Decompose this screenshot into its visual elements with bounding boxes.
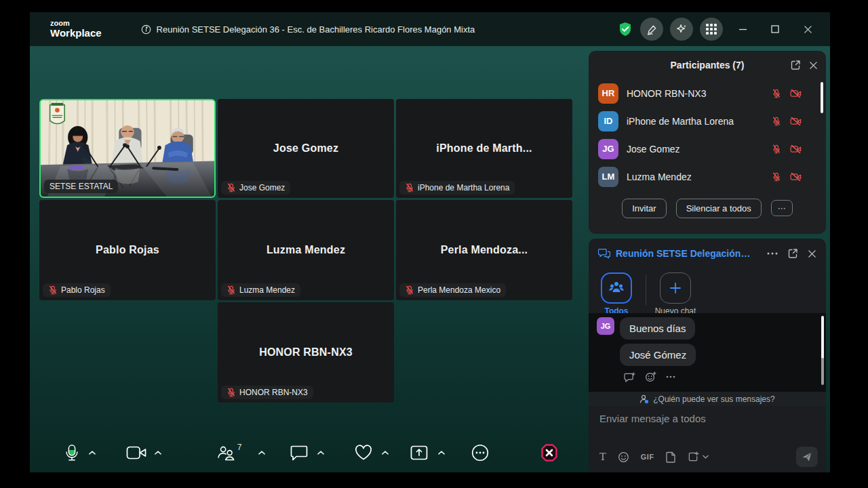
chat-message-input[interactable] — [599, 413, 815, 424]
more-dots-icon — [471, 444, 489, 462]
mic-muted-icon — [772, 117, 781, 126]
chat-title: Reunión SETSE Delegación 36 ... — [616, 248, 751, 259]
screenshot-icon — [688, 451, 699, 462]
reactions-options-chevron[interactable] — [382, 451, 389, 455]
video-tile-pablo-rojas[interactable]: Pablo Rojas Pablo Rojas — [39, 200, 216, 300]
add-reaction-icon[interactable] — [645, 371, 656, 382]
close-window-button[interactable] — [795, 12, 821, 46]
chevron-down-icon — [703, 455, 709, 459]
participants-count: 7 — [237, 443, 242, 452]
avatar: ID — [598, 111, 618, 131]
invite-button[interactable]: Invitar — [622, 199, 666, 218]
tile-name-label: HONOR RBN-NX3 — [221, 386, 313, 399]
emoji-button[interactable] — [618, 451, 629, 463]
avatar: JG — [598, 139, 618, 159]
chat-bubbles-icon — [598, 248, 610, 259]
tile-name-text: SETSE ESTATAL — [50, 182, 113, 191]
minimize-button[interactable] — [730, 12, 755, 46]
tile-name-text: iPhone de Martha Lorena — [418, 183, 509, 192]
participants-scrollbar[interactable] — [821, 82, 823, 113]
chevron-up-icon — [382, 451, 389, 455]
tile-name-label: Luzma Mendez — [221, 283, 300, 297]
tile-name-text: HONOR RBN-NX3 — [239, 388, 308, 397]
tile-name-text: Pablo Rojas — [61, 285, 105, 295]
participants-button[interactable]: 7 — [217, 444, 241, 462]
tab-todos[interactable]: Todos — [597, 272, 636, 316]
chat-message[interactable]: Buenos días — [620, 317, 695, 340]
chat-button[interactable] — [290, 445, 308, 461]
participant-row[interactable]: ID iPhone de Martha Lorena — [589, 107, 826, 135]
participant-row[interactable]: JG Jose Gomez — [589, 135, 826, 163]
tile-name-label: Perla Mendoza Mexico — [399, 283, 506, 297]
leave-meeting-button[interactable] — [539, 443, 559, 463]
title-bar: zoom Workplace Reunión SETSE Delegación … — [30, 12, 830, 46]
more-actions-button[interactable]: ··· — [771, 200, 793, 216]
logo-line2: Workplace — [50, 28, 102, 39]
tile-name-text: Luzma Mendez — [239, 285, 295, 295]
participant-row[interactable]: LM Luzma Mendez — [589, 163, 826, 190]
video-camera-icon — [126, 445, 146, 460]
more-dots-icon[interactable] — [767, 252, 778, 255]
tile-name-text: Perla Mendoza Mexico — [418, 285, 500, 295]
gif-button[interactable]: GIF — [641, 453, 654, 461]
titlebar-controls — [617, 12, 821, 46]
maximize-icon — [771, 25, 779, 33]
chat-scrollbar[interactable] — [821, 316, 824, 359]
info-icon — [141, 24, 151, 35]
video-tile-honor[interactable]: HONOR RBN-NX3 HONOR RBN-NX3 — [218, 302, 394, 403]
mute-all-button[interactable]: Silenciar a todos — [676, 199, 762, 218]
heart-icon — [354, 445, 373, 462]
video-tile-iphone-martha[interactable]: iPhone de Marth... iPhone de Martha Lore… — [396, 99, 572, 198]
video-tile-luzma-mendez[interactable]: Luzma Mendez Luzma Mendez — [218, 200, 394, 300]
annotate-button[interactable] — [640, 18, 663, 41]
privacy-hint-text: ¿Quién puede ver sus mensajes? — [653, 394, 774, 404]
participant-name: iPhone de Martha Lorena — [627, 116, 772, 127]
share-options-chevron[interactable] — [438, 451, 446, 455]
maximize-button[interactable] — [762, 12, 788, 46]
meeting-title: Reunión SETSE Delegación 36 - Esc. de Ba… — [157, 24, 475, 35]
tile-display-name: Pablo Rojas — [96, 244, 159, 256]
format-text-button[interactable]: T — [599, 451, 606, 463]
plus-icon — [669, 281, 682, 295]
popout-icon[interactable] — [787, 248, 798, 259]
mute-button[interactable] — [63, 443, 81, 462]
participants-icon — [217, 444, 236, 462]
tile-display-name: HONOR RBN-NX3 — [259, 346, 353, 359]
reactions-button[interactable] — [354, 445, 373, 462]
tile-name-text: Jose Gomez — [239, 183, 285, 192]
video-options-chevron[interactable] — [155, 451, 162, 455]
tile-name-label: Pablo Rojas — [43, 283, 111, 297]
video-tile-perla-mendoza[interactable]: Perla Mendoza... Perla Mendoza Mexico — [396, 200, 572, 300]
security-shield-icon[interactable] — [617, 21, 633, 37]
participants-actions: Invitar Silenciar a todos ··· — [589, 190, 826, 226]
chat-options-chevron[interactable] — [317, 451, 325, 455]
meeting-info[interactable]: Reunión SETSE Delegación 36 - Esc. de Ba… — [141, 24, 475, 35]
attach-file-button[interactable] — [666, 451, 676, 463]
tabs-divider — [646, 275, 646, 305]
send-message-button[interactable] — [796, 447, 818, 467]
mic-options-chevron[interactable] — [89, 451, 96, 455]
tab-new-chat[interactable]: Nuevo chat — [656, 272, 695, 316]
popout-icon[interactable] — [790, 60, 801, 70]
more-button[interactable] — [471, 444, 489, 462]
more-dots-icon[interactable] — [666, 375, 675, 378]
participants-options-chevron[interactable] — [258, 451, 266, 455]
video-tile-jose-gomez[interactable]: Jose Gomez Jose Gomez — [218, 99, 394, 198]
screenshot-button[interactable] — [688, 451, 709, 462]
video-button[interactable] — [126, 445, 146, 460]
ai-companion-button[interactable] — [670, 18, 693, 41]
privacy-hint-bar[interactable]: ¿Quién puede ver sus mensajes? — [589, 392, 826, 406]
video-tile-setse-estatal[interactable]: SETSE ESTATAL — [39, 99, 216, 198]
camera-off-icon — [790, 144, 802, 154]
participant-name: Jose Gomez — [627, 144, 772, 155]
share-screen-icon — [410, 445, 428, 460]
close-icon[interactable] — [809, 61, 818, 70]
chat-scrollbar-lower[interactable] — [821, 358, 824, 385]
close-icon[interactable] — [808, 249, 816, 258]
apps-button[interactable] — [700, 18, 723, 41]
participant-row[interactable]: HR HONOR RBN-NX3 — [589, 79, 826, 107]
avatar: LM — [598, 167, 618, 187]
chat-message[interactable]: José Gómez — [620, 344, 696, 366]
share-screen-button[interactable] — [410, 445, 428, 460]
reply-icon[interactable] — [624, 372, 635, 382]
